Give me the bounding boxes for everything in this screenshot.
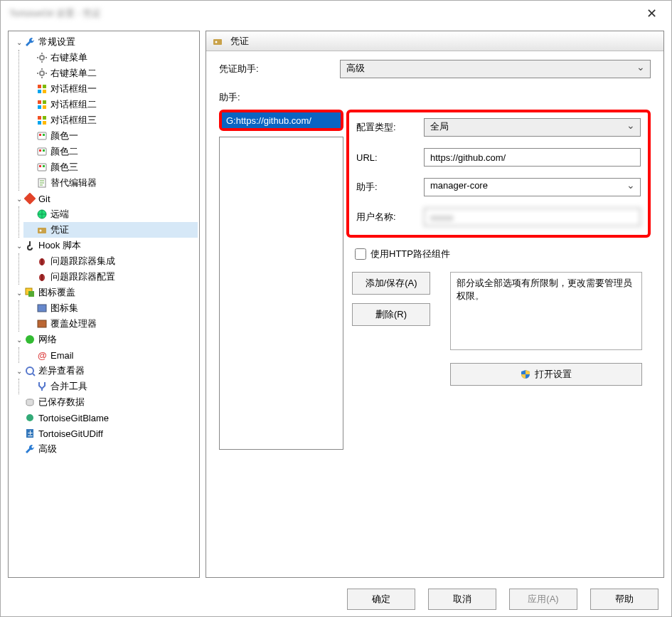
tree-icon: [36, 255, 48, 267]
tree-item[interactable]: ›已保存数据: [11, 394, 198, 410]
tree-icon: [36, 177, 48, 189]
svg-rect-15: [43, 100, 46, 104]
tree-item[interactable]: ·颜色二: [23, 144, 198, 159]
tree-item[interactable]: ⌄Hook 脚本: [11, 238, 198, 253]
config-helper-select-wrap[interactable]: manager-core: [424, 178, 641, 196]
svg-rect-10: [38, 85, 41, 88]
tree-item[interactable]: ·图标集: [23, 300, 198, 316]
svg-rect-26: [39, 149, 41, 152]
http-path-checkbox-label: 使用HTTP路径组件: [370, 248, 450, 260]
config-url-label: URL:: [356, 152, 424, 163]
cred-helper-select-wrap[interactable]: 高级: [340, 60, 651, 78]
helper-list-item[interactable]: G:https://github.com/: [222, 112, 341, 128]
tree-icon: [36, 224, 48, 236]
action-right-col: 部分或全部选项有所限制，更改需要管理员权限。 打开设置: [450, 272, 642, 386]
tree-item[interactable]: ⌄Git: [11, 191, 198, 206]
config-url-input[interactable]: [424, 148, 641, 167]
tree-item[interactable]: ⌄常规设置: [11, 34, 198, 50]
svg-rect-16: [38, 105, 41, 109]
config-helper-row: 助手: manager-core: [356, 178, 641, 196]
tree-icon: [36, 115, 48, 126]
delete-button[interactable]: 删除(R): [352, 303, 430, 326]
tree-item[interactable]: ›高级: [11, 441, 198, 457]
svg-rect-22: [38, 132, 46, 139]
tree-icon: [36, 146, 48, 157]
config-highlight-box: 配置类型: 全局 URL: 助手:: [346, 110, 651, 238]
caret-icon: ⌄: [14, 289, 24, 297]
caret-icon: ⌄: [14, 336, 24, 344]
svg-rect-21: [43, 121, 46, 125]
tree-item[interactable]: ·对话框组二: [23, 97, 198, 112]
tree-item[interactable]: ·右键菜单二: [23, 65, 198, 81]
settings-window: TortoiseGit 设置 - 凭证 ✕ ⌄常规设置·右键菜单·右键菜单二·对…: [0, 0, 672, 617]
svg-rect-27: [43, 149, 45, 152]
tree-icon: [36, 130, 48, 142]
cancel-button[interactable]: 取消: [428, 589, 496, 610]
settings-tree[interactable]: ⌄常规设置·右键菜单·右键菜单二·对话框组一·对话框组二·对话框组三·颜色一·颜…: [8, 31, 200, 578]
tree-item[interactable]: ›±TortoiseGitUDiff: [11, 426, 198, 441]
shield-icon: [521, 369, 530, 379]
helper-zone: G:https://github.com/ 配置类型: 全局: [219, 110, 651, 450]
open-settings-button[interactable]: 打开设置: [450, 363, 642, 386]
helper-listbox-body[interactable]: [219, 137, 343, 450]
tree-item[interactable]: ·右键菜单: [23, 50, 198, 65]
svg-point-46: [26, 367, 33, 374]
tree-item[interactable]: ⌄网络: [11, 332, 198, 347]
tree-item[interactable]: ·合并工具: [23, 379, 198, 394]
svg-rect-24: [43, 134, 45, 136]
restriction-note: 部分或全部选项有所限制，更改需要管理员权限。: [450, 272, 642, 350]
tree-icon: [24, 240, 36, 251]
add-save-button[interactable]: 添加/保存(A): [352, 272, 430, 295]
config-type-select[interactable]: 全局: [424, 118, 641, 137]
apply-button[interactable]: 应用(A): [509, 589, 577, 610]
svg-rect-25: [38, 148, 46, 155]
tree-item[interactable]: ·对话框组一: [23, 81, 198, 97]
tree-icon: [36, 271, 48, 283]
config-username-label: 用户名称:: [356, 211, 424, 223]
close-icon[interactable]: ✕: [641, 3, 663, 24]
tree-item[interactable]: ·替代编辑器: [23, 175, 198, 191]
action-left-col: 添加/保存(A) 删除(R): [352, 272, 430, 326]
tree-label: 远端: [50, 208, 69, 221]
config-url-row: URL:: [356, 148, 641, 167]
tree-item[interactable]: ·对话框组三: [23, 112, 198, 128]
tree-item[interactable]: ·问题跟踪器配置: [23, 269, 198, 285]
tree-item[interactable]: ·问题跟踪器集成: [23, 253, 198, 269]
svg-rect-20: [38, 121, 41, 125]
tree-icon: [36, 52, 48, 63]
tree-icon: @: [36, 349, 48, 361]
tree-item[interactable]: ·凭证: [23, 222, 198, 238]
action-buttons: 添加/保存(A) 删除(R) 部分或全部选项有所限制，更改需要管理员权限。: [352, 272, 651, 386]
cred-helper-select[interactable]: 高级: [340, 60, 651, 78]
svg-rect-18: [38, 116, 41, 120]
config-type-select-wrap[interactable]: 全局: [424, 118, 641, 137]
tree-item[interactable]: ⌄图标覆盖: [11, 285, 198, 300]
tree-item[interactable]: ·@Email: [23, 347, 198, 363]
ok-button[interactable]: 确定: [347, 589, 415, 610]
tree-icon: [24, 443, 36, 455]
tree-label: 合并工具: [50, 380, 87, 393]
tree-label: 凭证: [50, 223, 69, 236]
tree-label: 覆盖处理器: [50, 317, 97, 330]
tree-item[interactable]: ·颜色一: [23, 128, 198, 144]
svg-rect-12: [38, 90, 41, 93]
help-button[interactable]: 帮助: [590, 589, 658, 610]
config-username-input[interactable]: [424, 208, 641, 226]
svg-rect-29: [39, 165, 41, 167]
tree-icon: [36, 68, 48, 79]
svg-rect-41: [28, 291, 34, 297]
tree-label: Email: [50, 350, 74, 361]
tree-item[interactable]: ⌄差异查看器: [11, 363, 198, 379]
tree-label: 颜色三: [50, 161, 78, 174]
tree-item[interactable]: ·颜色三: [23, 159, 198, 175]
svg-text:±: ±: [28, 428, 33, 438]
tree-item[interactable]: ·覆盖处理器: [23, 316, 198, 332]
http-path-checkbox[interactable]: [355, 248, 366, 260]
tree-item[interactable]: ·远端: [23, 206, 198, 222]
tree-label: 问题跟踪器集成: [50, 255, 115, 268]
config-helper-select[interactable]: manager-core: [424, 178, 641, 196]
tree-label: 替代编辑器: [50, 176, 97, 189]
helper-listbox[interactable]: G:https://github.com/: [222, 112, 341, 128]
tree-icon: [24, 396, 36, 408]
tree-item[interactable]: ›TortoiseGitBlame: [11, 410, 198, 426]
